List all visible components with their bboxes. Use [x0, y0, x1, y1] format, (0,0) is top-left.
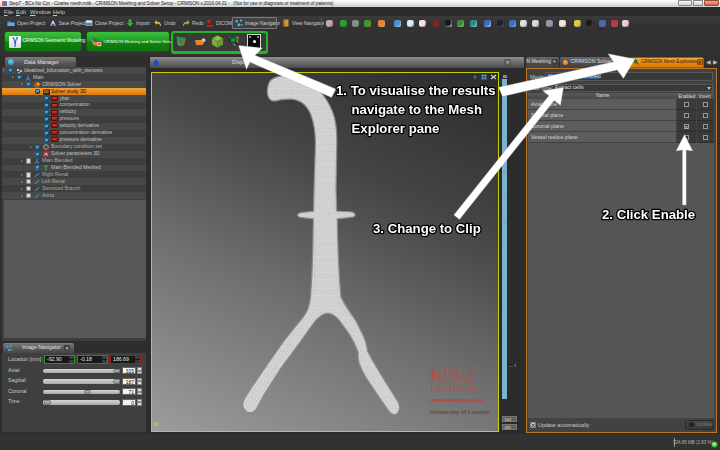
svg-text:navigate to the Mesh: navigate to the Mesh	[352, 102, 482, 117]
svg-text:2. Click Enable: 2. Click Enable	[602, 207, 695, 222]
svg-text:3. Change to Clip: 3. Change to Clip	[373, 221, 481, 236]
svg-text:Explorer pane: Explorer pane	[352, 121, 440, 136]
svg-text:1. To visualise the results: 1. To visualise the results	[336, 83, 496, 98]
